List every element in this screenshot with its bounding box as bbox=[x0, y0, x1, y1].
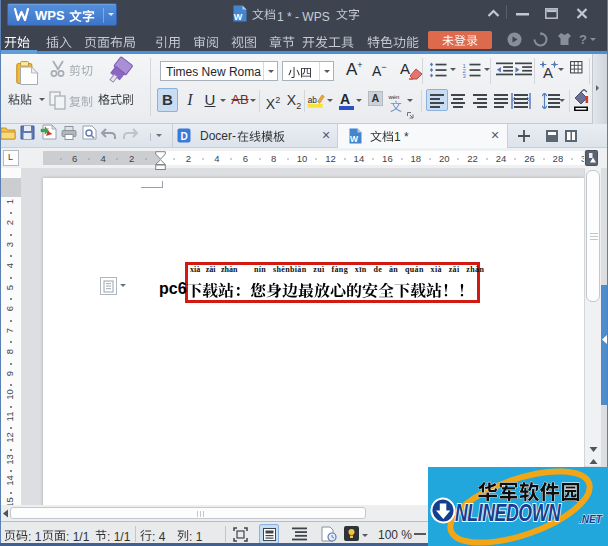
svg-text:.NET: .NET bbox=[579, 514, 603, 525]
svg-text:ab: ab bbox=[308, 96, 318, 105]
svg-text:A: A bbox=[372, 92, 380, 104]
svg-text:3: 3 bbox=[463, 73, 467, 78]
svg-text:A: A bbox=[543, 64, 553, 81]
svg-text:D: D bbox=[180, 131, 187, 142]
svg-text:W: W bbox=[350, 134, 359, 144]
svg-text:W: W bbox=[234, 12, 243, 22]
svg-text:NLINEDOWN: NLINEDOWN bbox=[455, 500, 561, 526]
svg-text:A: A bbox=[340, 91, 350, 107]
